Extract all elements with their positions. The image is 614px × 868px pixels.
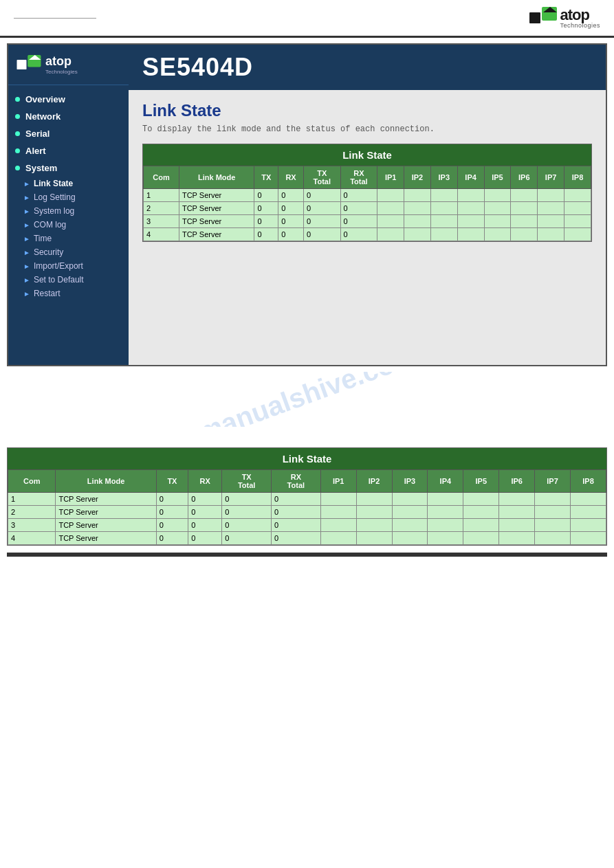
brand-name: atop: [560, 8, 600, 23]
table-cell: [428, 506, 463, 519]
sidebar-subitem-system-log[interactable]: ► System log: [8, 204, 129, 218]
sidebar: atop Technologies Overview Network Seria…: [8, 45, 129, 365]
s-col-tx: TX: [156, 470, 188, 493]
table-cell: [463, 493, 499, 506]
table-cell: [463, 532, 499, 545]
s-col-ip3: IP3: [392, 470, 428, 493]
table-cell: 0: [222, 519, 272, 532]
table-title: Link State: [143, 144, 591, 166]
table-cell: [356, 493, 392, 506]
arrow-icon: ►: [23, 180, 30, 188]
table-cell: 0: [272, 506, 321, 519]
col-ip1: IP1: [377, 166, 404, 189]
table-cell: [377, 228, 404, 241]
second-link-state-table-wrapper: Link State Com Link Mode TX RX TXTotal R…: [7, 447, 607, 546]
s-col-link-mode: Link Mode: [56, 470, 156, 493]
table-cell: [484, 228, 511, 241]
table-cell: 0: [254, 215, 278, 228]
sidebar-item-serial[interactable]: Serial: [8, 125, 129, 142]
s-col-ip2: IP2: [356, 470, 392, 493]
table-cell: TCP Server: [179, 189, 254, 202]
table-cell: 0: [278, 228, 304, 241]
s-col-rx: RX: [188, 470, 222, 493]
table-cell: [457, 215, 484, 228]
sidebar-item-network[interactable]: Network: [8, 108, 129, 125]
table-cell: 1: [8, 493, 56, 506]
table-cell: [535, 506, 571, 519]
sidebar-subitem-com-log[interactable]: ► COM log: [8, 218, 129, 232]
table-cell: [404, 215, 431, 228]
table-cell: [564, 189, 591, 202]
sidebar-subitem-log-setting[interactable]: ► Log Setting: [8, 190, 129, 204]
top-header: atop Technologies: [0, 0, 614, 38]
table-row: 4TCP Server0000: [8, 532, 606, 545]
s-col-tx-total: TXTotal: [222, 470, 272, 493]
sidebar-subitem-restart[interactable]: ► Restart: [8, 287, 129, 300]
table-cell: 0: [156, 519, 188, 532]
sub-label-import-export: Import/Export: [34, 261, 83, 271]
arrow-icon: ►: [23, 263, 30, 270]
sidebar-item-label-alert: Alert: [25, 146, 46, 156]
table-cell: [457, 228, 484, 241]
page-title: Link State: [142, 101, 592, 120]
table-cell: TCP Server: [56, 493, 156, 506]
table-row: 4TCP Server0000: [144, 228, 591, 241]
sub-label-system-log: System log: [34, 206, 74, 216]
footer-bar: [7, 553, 607, 557]
sidebar-subitem-security[interactable]: ► Security: [8, 245, 129, 259]
sidebar-subitem-link-state[interactable]: ► Link State: [8, 177, 129, 190]
sidebar-item-alert[interactable]: Alert: [8, 142, 129, 159]
sidebar-subitem-import-export[interactable]: ► Import/Export: [8, 259, 129, 273]
table-cell: 0: [188, 532, 222, 545]
sidebar-nav: Overview Network Serial Alert System ►: [8, 85, 129, 306]
table-cell: 0: [278, 202, 304, 215]
table-cell: [377, 202, 404, 215]
sub-label-security: Security: [34, 247, 63, 257]
col-ip5: IP5: [484, 166, 511, 189]
table-cell: 0: [156, 532, 188, 545]
table-cell: [538, 215, 564, 228]
sidebar-subitem-set-default[interactable]: ► Set to Default: [8, 273, 129, 287]
col-ip7: IP7: [538, 166, 564, 189]
table-cell: [320, 532, 356, 545]
table-cell: 0: [188, 506, 222, 519]
sidebar-item-system[interactable]: System: [8, 159, 129, 177]
table-cell: [430, 228, 457, 241]
sidebar-item-overview[interactable]: Overview: [8, 91, 129, 108]
table-cell: [430, 215, 457, 228]
table-cell: TCP Server: [56, 506, 156, 519]
second-link-state-table: Com Link Mode TX RX TXTotal RXTotal IP1 …: [8, 469, 606, 545]
table-cell: [571, 493, 606, 506]
table-cell: [320, 493, 356, 506]
main-content: SE5404D Link State To display the link m…: [129, 45, 606, 365]
nav-bullet: [15, 131, 20, 136]
table-cell: 3: [144, 215, 179, 228]
s-col-ip1: IP1: [320, 470, 356, 493]
col-ip2: IP2: [404, 166, 431, 189]
table-cell: 1: [144, 189, 179, 202]
arrow-icon: ►: [23, 276, 30, 284]
sidebar-logo: atop Technologies: [8, 45, 129, 85]
svg-rect-0: [529, 12, 540, 23]
arrow-icon: ►: [23, 290, 30, 298]
table-row: 3TCP Server0000: [8, 519, 606, 532]
nav-bullet: [15, 97, 20, 102]
table-cell: 0: [222, 532, 272, 545]
table-cell: [571, 519, 606, 532]
table-cell: [463, 519, 499, 532]
table-cell: [356, 506, 392, 519]
table-cell: 0: [222, 506, 272, 519]
table-cell: 3: [8, 519, 56, 532]
table-cell: [499, 506, 535, 519]
col-ip4: IP4: [457, 166, 484, 189]
table-cell: [484, 215, 511, 228]
table-cell: [392, 532, 428, 545]
atop-logo-icon: [529, 7, 557, 29]
table-cell: 0: [340, 228, 377, 241]
col-link-mode: Link Mode: [179, 166, 254, 189]
col-com: Com: [144, 166, 179, 189]
table-cell: 0: [272, 493, 321, 506]
table-row: 1TCP Server0000: [144, 189, 591, 202]
table-cell: [538, 189, 564, 202]
sidebar-subitem-time[interactable]: ► Time: [8, 232, 129, 245]
